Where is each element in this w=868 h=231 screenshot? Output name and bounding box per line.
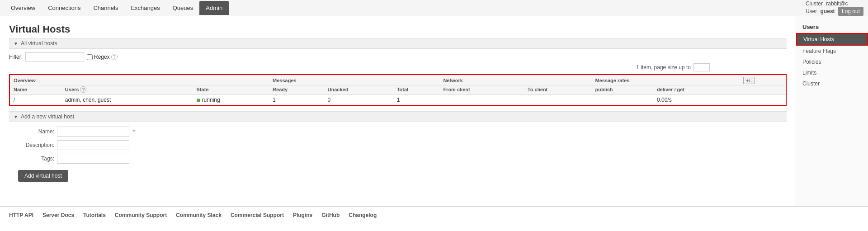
top-nav: Overview Connections Channels Exchanges … (0, 0, 868, 16)
row-total: 1 (393, 95, 440, 105)
footer-link[interactable]: HTTP API (9, 212, 33, 218)
content-area: Virtual Hosts ▼ All virtual hosts Filter… (0, 16, 796, 206)
footer-link[interactable]: Community Support (115, 212, 167, 218)
tags-row: Tags: (14, 154, 787, 164)
regex-label: Regex ? (87, 54, 118, 60)
col-publish: publish (591, 85, 653, 95)
footer: HTTP APIServer DocsTutorialsCommunity Su… (0, 206, 868, 224)
description-field-label: Description: (14, 142, 54, 148)
col-to-client: To client (524, 85, 592, 95)
section-arrow-icon: ▼ (14, 41, 18, 46)
row-from-client (439, 95, 524, 105)
row-deliver-get: 0.00/s (653, 95, 740, 105)
col-unacked: Unacked (324, 85, 393, 95)
user-label: User guest (806, 8, 835, 14)
all-vhosts-section-header[interactable]: ▼ All virtual hosts (9, 38, 787, 49)
group-overview: Overview (10, 75, 269, 85)
row-state: running (193, 95, 269, 105)
add-vhost-button[interactable]: Add virtual host (18, 170, 68, 182)
toggle-columns-button[interactable]: +/- (743, 77, 755, 84)
add-section-arrow-icon: ▼ (14, 114, 18, 119)
filter-row: Filter: Regex ? (9, 49, 787, 63)
regex-checkbox[interactable] (87, 54, 93, 60)
group-messages: Messages (269, 75, 439, 85)
nav-channels[interactable]: Channels (87, 1, 124, 15)
nav-exchanges[interactable]: Exchanges (124, 1, 166, 15)
footer-link[interactable]: Plugins (293, 212, 312, 218)
col-name: Name (10, 85, 61, 95)
name-field[interactable] (57, 127, 129, 137)
tags-field[interactable] (57, 154, 129, 164)
footer-link[interactable]: Server Docs (42, 212, 74, 218)
group-message-rates: Message rates (591, 75, 740, 85)
required-mark: * (133, 128, 135, 135)
footer-link[interactable]: GitHub (321, 212, 340, 218)
sidebar-item-limits[interactable]: Limits (796, 67, 868, 78)
regex-help-icon[interactable]: ? (111, 54, 118, 60)
row-to-client (524, 95, 592, 105)
row-name[interactable]: / (10, 95, 61, 105)
nav-overview[interactable]: Overview (5, 1, 42, 15)
section-header-label: All virtual hosts (21, 40, 57, 47)
table-row: / admin, chen, guest running 1 0 1 0.00/… (10, 95, 786, 105)
vhost-table-container: Overview Messages Network Message rates … (9, 74, 787, 106)
main-layout: Virtual Hosts ▼ All virtual hosts Filter… (0, 16, 868, 206)
add-section-label: Add a new virtual host (21, 113, 74, 120)
add-vhost-form: Name: * Description: Tags: Add virtual h… (9, 122, 787, 182)
name-row: Name: * (14, 127, 787, 137)
col-users: Users ? (61, 85, 193, 95)
row-users: admin, chen, guest (61, 95, 193, 105)
pagination-text: 1 item, page size up to (636, 64, 691, 71)
sidebar-users-heading: Users (796, 21, 868, 33)
description-field[interactable] (57, 140, 129, 150)
col-deliver-get: deliver / get (653, 85, 740, 95)
row-publish (591, 95, 653, 105)
sidebar-item-policies[interactable]: Policies (796, 57, 868, 67)
group-network: Network (439, 75, 591, 85)
page-title: Virtual Hosts (9, 24, 787, 35)
sidebar-item-feature-flags[interactable]: Feature Flags (796, 46, 868, 57)
name-field-label: Name: (14, 128, 54, 135)
nav-connections[interactable]: Connections (42, 1, 87, 15)
vhost-table: Overview Messages Network Message rates … (10, 75, 786, 105)
nav-queues[interactable]: Queues (166, 1, 200, 15)
cluster-label: Cluster rabbit@c (806, 0, 850, 7)
col-ready: Ready (269, 85, 324, 95)
col-from-client: From client (439, 85, 524, 95)
filter-label: Filter: (9, 54, 23, 60)
row-ready: 1 (269, 95, 324, 105)
sidebar-item-virtual-hosts[interactable]: Virtual Hosts (796, 33, 868, 46)
col-total: Total (393, 85, 440, 95)
sidebar-item-cluster[interactable]: Cluster (796, 78, 868, 89)
logout-button[interactable]: Log out (838, 7, 863, 16)
sidebar: Users Virtual Hosts Feature Flags Polici… (796, 16, 868, 206)
nav-admin[interactable]: Admin (199, 1, 229, 15)
users-help-icon[interactable]: ? (80, 86, 86, 93)
footer-link[interactable]: Community Slack (176, 212, 222, 218)
col-state: State (193, 85, 269, 95)
footer-link[interactable]: Commercial Support (231, 212, 284, 218)
user-info: Cluster rabbit@c User guest Log out (806, 0, 863, 16)
footer-link[interactable]: Changelog (349, 212, 377, 218)
regex-text: Regex (94, 54, 110, 60)
filter-input[interactable] (25, 52, 84, 61)
footer-link[interactable]: Tutorials (83, 212, 106, 218)
add-vhost-section-header[interactable]: ▼ Add a new virtual host (9, 111, 787, 122)
status-dot (197, 99, 200, 102)
description-row: Description: (14, 140, 787, 150)
row-unacked: 0 (324, 95, 393, 105)
pagination-input[interactable]: 100 (693, 63, 710, 71)
tags-field-label: Tags: (14, 156, 54, 162)
